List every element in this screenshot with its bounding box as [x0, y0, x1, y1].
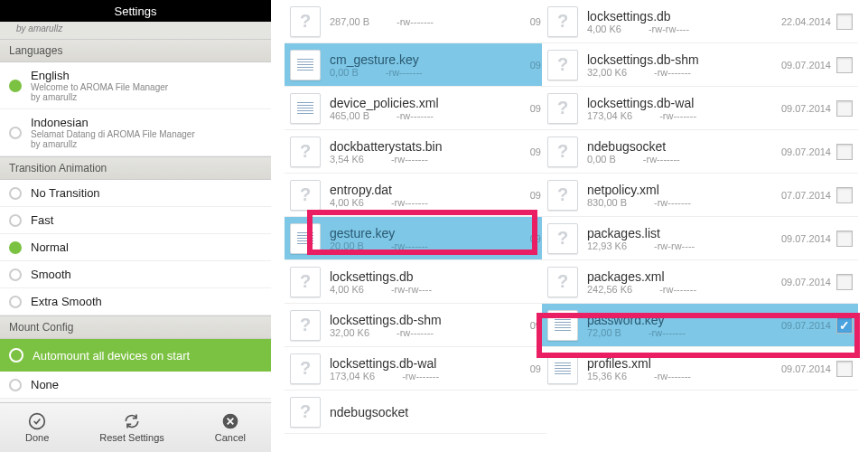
reset-button[interactable]: Reset Settings — [99, 412, 164, 443]
file-info: locksettings.db-shm 32,00 K6-rw------- — [330, 313, 525, 338]
mount-option-active[interactable]: Automount all devices on start — [0, 339, 271, 372]
file-date: 09.07.2014 — [781, 146, 831, 157]
option-text: Normal — [31, 240, 69, 254]
file-row[interactable]: netpolicy.xml 830,00 B-rw------- 07.07.2… — [542, 174, 858, 217]
file-info: password.key 72,00 B-rw------- — [587, 313, 776, 338]
file-checkbox[interactable] — [836, 361, 853, 377]
transition-option[interactable]: No Transition — [0, 180, 271, 207]
file-icon — [547, 223, 578, 254]
check-icon — [28, 412, 46, 430]
file-date: 09.07.2014 — [781, 60, 831, 71]
file-row[interactable]: entropy.dat 4,00 K6-rw------- 09 — [285, 174, 546, 217]
file-date: 09 — [530, 146, 541, 157]
file-row[interactable]: profiles.xml 15,36 K6-rw------- 09.07.20… — [542, 347, 858, 391]
reset-label: Reset Settings — [99, 432, 164, 443]
file-checkbox[interactable] — [836, 57, 853, 73]
file-date: 07.07.2014 — [781, 190, 831, 201]
file-icon — [290, 310, 321, 341]
settings-panel: Settings by amarullz Languages English W… — [0, 0, 271, 452]
settings-title: Settings — [0, 0, 271, 22]
file-icon — [290, 397, 321, 428]
file-checkbox[interactable] — [836, 14, 853, 30]
file-row[interactable]: locksettings.db-shm 32,00 K6-rw------- 0… — [542, 43, 858, 87]
option-text: Indonesian Selamat Datang di AROMA File … — [31, 116, 195, 149]
file-info: locksettings.db 4,00 K6-rw-rw---- — [587, 9, 776, 34]
option-text: English Welcome to AROMA File Managerby … — [31, 69, 168, 102]
file-row[interactable]: packages.xml 242,56 K6-rw------- 09.07.2… — [542, 260, 858, 304]
file-row[interactable]: packages.list 12,93 K6-rw-rw---- 09.07.2… — [542, 217, 858, 260]
file-info: ndebugsocket — [330, 405, 536, 419]
file-date: 09 — [530, 320, 541, 331]
file-row[interactable]: locksettings.db 4,00 K6-rw-rw---- 22.04.… — [542, 0, 858, 43]
file-row[interactable]: dockbatterystats.bin 3,54 K6-rw------- 0… — [285, 130, 546, 174]
file-row[interactable]: locksettings.db-wal 173,04 K6-rw------- … — [285, 347, 546, 391]
transition-option[interactable]: Normal — [0, 234, 271, 261]
radio-icon — [9, 127, 22, 139]
file-checkbox[interactable] — [836, 144, 853, 160]
option-text: Extra Smooth — [31, 295, 102, 308]
radio-icon — [9, 187, 22, 200]
file-info: locksettings.db-wal 173,04 K6-rw------- — [587, 96, 776, 121]
bottom-bar: Done Reset Settings Cancel — [0, 402, 271, 452]
section-transition: Transition Animation — [0, 156, 271, 180]
file-checkbox[interactable] — [836, 317, 853, 334]
file-row[interactable]: gesture.key 20,00 B-rw------- 09 — [285, 217, 546, 260]
file-info: profiles.xml 15,36 K6-rw------- — [587, 356, 776, 381]
language-option[interactable]: English Welcome to AROMA File Managerby … — [0, 62, 271, 109]
language-option[interactable]: Indonesian Selamat Datang di AROMA File … — [0, 109, 271, 156]
file-icon — [290, 93, 321, 124]
section-languages: Languages — [0, 39, 271, 62]
transition-option[interactable]: Smooth — [0, 261, 271, 288]
file-icon — [547, 137, 578, 167]
file-info: 287,00 B-rw------- — [330, 16, 525, 27]
file-row[interactable]: locksettings.db-wal 173,04 K6-rw------- … — [542, 87, 858, 130]
file-date: 09 — [530, 190, 541, 201]
file-checkbox[interactable] — [836, 231, 853, 247]
file-checkbox[interactable] — [836, 274, 853, 290]
file-date: 09 — [530, 233, 541, 244]
file-row[interactable]: password.key 72,00 B-rw------- 09.07.201… — [542, 304, 858, 347]
done-button[interactable]: Done — [25, 412, 49, 443]
file-info: locksettings.db-wal 173,04 K6-rw------- — [330, 356, 525, 381]
file-icon — [290, 50, 321, 80]
file-list-left[interactable]: 287,00 B-rw------- 09 cm_gesture.key 0,0… — [285, 0, 546, 398]
file-date: 09.07.2014 — [781, 233, 831, 244]
file-row[interactable]: ndebugsocket — [285, 391, 546, 434]
close-icon — [221, 412, 239, 430]
file-date: 09 — [530, 16, 541, 27]
file-icon — [290, 223, 321, 254]
file-icon — [547, 180, 578, 211]
file-icon — [290, 6, 321, 37]
file-date: 09.07.2014 — [781, 103, 831, 114]
file-icon — [547, 310, 578, 341]
file-icon — [547, 6, 578, 37]
file-list-right[interactable]: locksettings.db 4,00 K6-rw-rw---- 22.04.… — [542, 0, 858, 398]
file-row[interactable]: locksettings.db 4,00 K6-rw-rw---- — [285, 260, 546, 304]
radio-icon — [9, 80, 22, 92]
file-row[interactable]: 287,00 B-rw------- 09 — [285, 0, 546, 43]
file-row[interactable]: ndebugsocket 0,00 B-rw------- 09.07.2014 — [542, 130, 858, 174]
file-date: 22.04.2014 — [781, 16, 831, 27]
transition-option[interactable]: Fast — [0, 207, 271, 234]
file-info: gesture.key 20,00 B-rw------- — [330, 226, 525, 251]
file-date: 09 — [530, 60, 541, 71]
radio-icon — [9, 268, 22, 281]
file-row[interactable]: cm_gesture.key 0,00 B-rw------- 09 — [285, 43, 546, 87]
cancel-button[interactable]: Cancel — [215, 412, 246, 443]
file-checkbox[interactable] — [836, 100, 853, 117]
refresh-icon — [123, 412, 141, 430]
radio-icon — [9, 241, 22, 254]
file-row[interactable]: locksettings.db-shm 32,00 K6-rw------- 0… — [285, 304, 546, 347]
section-mount: Mount Config — [0, 315, 271, 339]
file-info: locksettings.db-shm 32,00 K6-rw------- — [587, 52, 776, 78]
file-row[interactable]: device_policies.xml 465,00 B-rw------- 0… — [285, 87, 546, 130]
file-checkbox[interactable] — [836, 187, 853, 203]
file-info: packages.list 12,93 K6-rw-rw---- — [587, 226, 776, 251]
file-info: netpolicy.xml 830,00 B-rw------- — [587, 183, 776, 208]
file-icon — [547, 353, 578, 384]
transition-option[interactable]: Extra Smooth — [0, 288, 271, 315]
file-icon — [290, 180, 321, 211]
option-text: Smooth — [31, 268, 71, 281]
file-date: 09.07.2014 — [781, 277, 831, 287]
mount-option[interactable]: None — [0, 372, 271, 399]
